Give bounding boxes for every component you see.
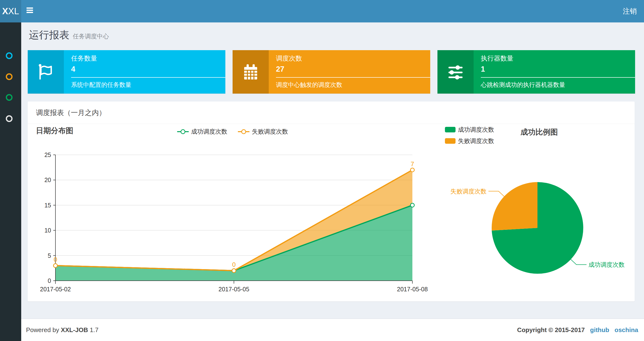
report-panel: 调度报表（一月之内） 日期分布图 成功调度次数 失败调度次数 051015202… [28,102,634,301]
page-title: 运行报表 [29,28,70,42]
svg-text:0: 0 [48,277,51,284]
stat-card-value: 4 [71,65,225,74]
svg-text:15: 15 [44,202,51,209]
sidebar-item-circle-icon[interactable] [6,94,12,101]
sidebar-item-circle-icon[interactable] [6,52,12,59]
app-logo[interactable]: XXL [0,0,21,23]
sidebar [0,23,21,341]
divider [28,124,634,124]
top-navbar: XXL 注销 [0,0,644,23]
divider [276,77,430,78]
stat-card-value: 27 [276,65,430,74]
product-name: XXL-JOB [61,326,88,333]
pie-chart-title: 成功比例图 [520,127,558,137]
legend-item-success[interactable]: 成功调度次数 [445,126,494,134]
xxl-job-dashboard: XXL 注销 运行报表 任务调度中心 [0,0,644,341]
footer-right: Copyright © 2015-2017 github oschina [517,326,638,334]
svg-text:5: 5 [48,252,51,259]
svg-text:25: 25 [44,151,51,158]
stat-card-title: 执行器数量 [481,54,635,63]
panel-title: 调度报表（一月之内） [28,102,634,118]
divider [481,77,635,78]
legend-item-fail[interactable]: 失败调度次数 [238,128,288,136]
svg-text:失败调度次数: 失败调度次数 [450,188,486,195]
success-ratio-pie-chart: 成功调度次数失败调度次数 [413,138,634,297]
stat-card-executors: 执行器数量 1 心跳检测成功的执行器机器数量 [438,50,635,94]
page-subtitle: 任务调度中心 [73,32,109,40]
github-link[interactable]: github [590,326,609,334]
stat-card-body: 执行器数量 1 心跳检测成功的执行器机器数量 [474,50,635,94]
copyright-text: Copyright © 2015-2017 [517,326,585,334]
logout-link[interactable]: 注销 [623,0,637,23]
divider [71,77,225,78]
logo-rest: XL [8,6,19,17]
sidebar-item-circle-icon[interactable] [6,115,12,122]
svg-text:2017-05-02: 2017-05-02 [40,286,71,292]
line-chart-title: 日期分布图 [36,126,73,136]
stat-card-title: 任务数量 [71,54,225,63]
svg-text:成功调度次数: 成功调度次数 [588,261,625,268]
stat-card-description: 系统中配置的任务数量 [71,81,225,89]
main-content: 运行报表 任务调度中心 任务数量 4 系统中配置的任务数量 [21,23,644,341]
oschina-link[interactable]: oschina [614,326,638,334]
stat-card-jobs: 任务数量 4 系统中配置的任务数量 [28,50,225,94]
svg-text:2017-05-05: 2017-05-05 [218,286,250,292]
svg-text:0: 0 [232,261,236,268]
stat-card-triggers: 调度次数 27 调度中心触发的调度次数 [232,50,430,94]
powered-by-text: Powered by XXL-JOB 1.7 [26,326,98,334]
stat-card-body: 调度次数 27 调度中心触发的调度次数 [269,50,430,94]
stat-cards-row: 任务数量 4 系统中配置的任务数量 [28,50,635,94]
calendar-icon [232,50,269,94]
flag-icon [28,50,64,94]
svg-text:10: 10 [44,227,51,234]
logo-bold: X [2,6,8,17]
stat-card-value: 1 [481,65,635,74]
stat-card-title: 调度次数 [276,54,430,63]
svg-text:0: 0 [54,256,57,263]
page-header: 运行报表 任务调度中心 [29,28,109,42]
stat-card-description: 心跳检测成功的执行器机器数量 [481,81,635,89]
stat-card-description: 调度中心触发的调度次数 [276,81,430,89]
product-version: 1.7 [90,326,98,333]
sliders-icon [438,50,474,94]
svg-text:20: 20 [44,177,51,183]
footer: Powered by XXL-JOB 1.7 Copyright © 2015-… [21,318,644,341]
stat-card-body: 任务数量 4 系统中配置的任务数量 [64,50,225,94]
line-marker-icon [177,129,189,134]
line-marker-icon [238,129,250,134]
line-chart-legend: 成功调度次数 失败调度次数 [177,128,288,136]
legend-chip [445,127,456,132]
date-distribution-area-chart: 05101520252017-05-022017-05-052017-05-08… [28,138,462,302]
sidebar-item-circle-icon[interactable] [6,73,12,80]
legend-item-success[interactable]: 成功调度次数 [177,128,227,136]
hamburger-menu-icon[interactable] [26,8,33,15]
